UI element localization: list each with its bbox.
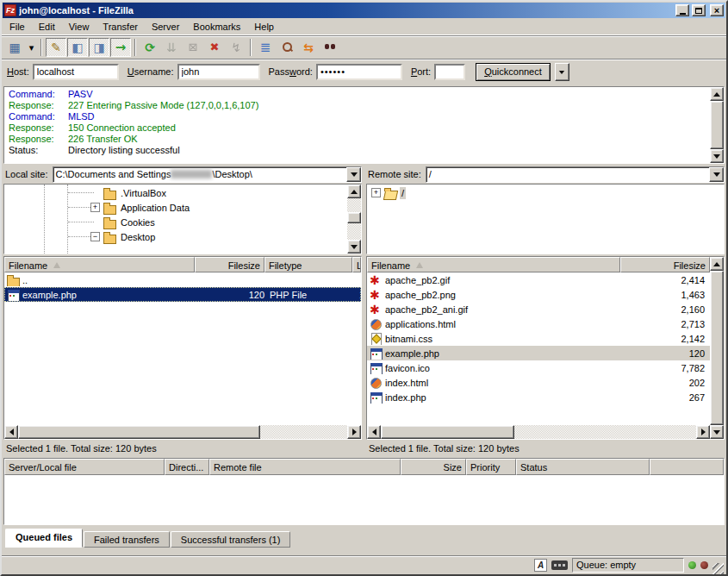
refresh-button[interactable] [140, 38, 160, 57]
toggle-remote-tree-button[interactable] [89, 38, 109, 57]
tree-expander[interactable] [371, 188, 381, 197]
port-input[interactable] [434, 64, 465, 80]
arrow-right-icon [701, 429, 709, 435]
scroll-down-button[interactable] [347, 240, 361, 254]
file-row[interactable]: example.php 120 PHP File 1 [4, 287, 361, 302]
menu-file[interactable]: File [3, 20, 32, 34]
arrow-left-icon [369, 429, 376, 435]
column-filename[interactable]: Filename [4, 257, 195, 272]
remote-site-combobox[interactable]: / [426, 166, 725, 183]
file-row[interactable]: apache_pb2.gif 2,414 [367, 272, 710, 287]
maximize-button[interactable] [692, 4, 706, 16]
filename-filters-button[interactable] [255, 38, 276, 57]
toolbar-separator[interactable] [40, 39, 42, 56]
toggle-local-tree-button[interactable] [67, 38, 88, 57]
tree-item-root[interactable]: / [367, 185, 724, 200]
column-last-modified[interactable]: L [352, 257, 361, 272]
minimize-button[interactable] [675, 4, 689, 16]
remote-list-hscrollbar[interactable] [367, 425, 710, 439]
file-row[interactable]: index.html 202 [367, 375, 710, 390]
file-row[interactable]: bitnami.css 2,142 [367, 331, 710, 346]
column-priority[interactable]: Priority [466, 459, 516, 475]
scroll-left-button[interactable] [367, 425, 381, 439]
column-filler[interactable] [650, 459, 724, 475]
resize-grip[interactable] [712, 563, 724, 574]
local-list-hscrollbar[interactable] [4, 425, 361, 439]
menu-transfer[interactable]: Transfer [96, 20, 145, 34]
tree-item-virtualbox[interactable]: .VirtualBox [4, 185, 347, 200]
tab-failed-transfers[interactable]: Failed transfers [84, 531, 170, 548]
menu-help[interactable]: Help [247, 20, 281, 34]
password-input[interactable] [316, 64, 402, 80]
process-queue-button[interactable] [161, 38, 182, 57]
column-direction[interactable]: Directi... [165, 459, 209, 475]
menu-edit[interactable]: Edit [32, 20, 62, 34]
column-filesize[interactable]: Filesize [195, 257, 264, 272]
scroll-up-button[interactable] [710, 87, 724, 101]
tree-expander[interactable] [90, 203, 100, 212]
reconnect-button[interactable] [226, 38, 246, 57]
disconnect-button[interactable] [204, 38, 225, 57]
scroll-up-button[interactable] [347, 185, 361, 198]
find-files-button[interactable] [320, 38, 340, 57]
toggle-queue-button[interactable] [110, 38, 131, 57]
transfer-type-icon[interactable]: A [534, 559, 547, 572]
scrollbar-thumb[interactable] [710, 101, 724, 149]
tree-expander[interactable] [90, 232, 100, 241]
toolbar-separator[interactable] [134, 39, 136, 56]
scrollbar-thumb[interactable] [347, 212, 361, 223]
host-input[interactable] [33, 64, 119, 80]
scroll-up-button[interactable] [710, 257, 724, 271]
column-size[interactable]: Size [401, 459, 466, 475]
site-manager-button[interactable] [4, 38, 25, 57]
file-row[interactable]: index.php 267 [367, 390, 710, 404]
scrollbar-thumb[interactable] [710, 271, 724, 425]
local-site-dropdown[interactable] [346, 167, 361, 182]
cancel-operation-button[interactable] [183, 38, 203, 57]
scroll-down-button[interactable] [710, 425, 724, 439]
log-scrollbar[interactable] [710, 87, 724, 163]
remote-list-vscrollbar[interactable] [710, 257, 724, 439]
tree-item-cookies[interactable]: Cookies [4, 215, 347, 229]
site-manager-dropdown[interactable] [26, 38, 37, 57]
local-tree-scrollbar[interactable] [347, 185, 361, 254]
tab-queued-files[interactable]: Queued files [5, 529, 83, 548]
scroll-right-button[interactable] [696, 425, 710, 439]
scroll-down-button[interactable] [710, 149, 724, 163]
file-row[interactable]: example.php 120 [367, 346, 710, 360]
tab-successful-transfers[interactable]: Successful transfers (1) [171, 531, 291, 548]
menu-bookmarks[interactable]: Bookmarks [186, 20, 247, 34]
column-remote-file[interactable]: Remote file [209, 459, 401, 475]
speed-limits-icon[interactable] [551, 560, 568, 570]
tree-item-application-data[interactable]: Application Data [4, 200, 347, 215]
username-input[interactable] [177, 64, 260, 80]
scroll-right-button[interactable] [347, 425, 361, 439]
file-row[interactable]: favicon.ico 7,782 [367, 360, 710, 375]
synchronized-browsing-button[interactable] [298, 38, 319, 57]
scrollbar-thumb[interactable] [381, 425, 514, 439]
file-row[interactable]: apache_pb2.png 1,463 [367, 287, 710, 302]
column-server-local-file[interactable]: Server/Local file [4, 459, 165, 475]
tree-item-desktop[interactable]: Desktop [4, 229, 347, 244]
close-button[interactable]: × [710, 4, 724, 16]
file-row[interactable]: .. [4, 272, 361, 287]
local-site-combobox[interactable]: C:\Documents and Settings\Desktop\ [53, 166, 362, 183]
tabs-filler [2, 548, 726, 555]
quickconnect-dropdown[interactable] [555, 63, 569, 81]
column-filesize[interactable]: Filesize [620, 257, 710, 272]
menu-view[interactable]: View [62, 20, 96, 34]
toolbar-separator[interactable] [250, 39, 252, 56]
remote-site-dropdown[interactable] [709, 167, 724, 182]
file-row[interactable]: apache_pb2_ani.gif 2,160 [367, 302, 710, 316]
file-row[interactable]: applications.html 2,713 [367, 316, 710, 331]
toggle-message-log-button[interactable] [46, 38, 66, 57]
remote-site-row: Remote site: / [366, 166, 725, 183]
scroll-left-button[interactable] [4, 425, 18, 439]
directory-comparison-button[interactable] [277, 38, 297, 57]
column-status[interactable]: Status [516, 459, 650, 475]
quickconnect-button[interactable]: Quickconnect [476, 63, 551, 81]
scrollbar-thumb[interactable] [18, 425, 260, 439]
column-filetype[interactable]: Filetype [264, 257, 352, 272]
column-filename[interactable]: Filename [367, 257, 620, 272]
menu-server[interactable]: Server [145, 20, 186, 34]
